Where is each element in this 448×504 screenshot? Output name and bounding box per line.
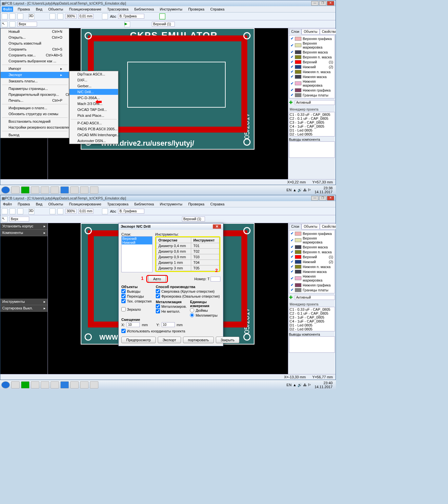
menu-item[interactable]: P-CAD ASCII... (70, 120, 118, 126)
menu-Позиционирование[interactable]: Позиционирование (68, 7, 103, 12)
maximize-button[interactable]: ❐ (319, 1, 326, 6)
menu-item[interactable]: Сохранить как...Ctrl+Alt+S (1, 52, 69, 58)
layer-row[interactable]: ✔Верхняя п. маска (290, 54, 334, 59)
place-body[interactable]: Установить корпус▸ (0, 223, 48, 230)
menu-item[interactable]: Выход (1, 132, 69, 138)
tool-icon[interactable] (102, 13, 108, 19)
drill-row[interactable]: Диаметр 0,4 mmT01 (156, 243, 219, 249)
layer-row[interactable]: ✔Нижняя маска (290, 269, 334, 274)
vias-checkbox[interactable]: Переходы (121, 294, 153, 299)
mill-checkbox[interactable]: Фрезеровка (Овальные отверстия) (156, 294, 220, 299)
menu-item[interactable]: Параметры страницы... (1, 86, 69, 92)
offset-x-input[interactable] (127, 322, 140, 327)
menu-Библиотека[interactable]: Библиотека (133, 7, 155, 12)
menu-Объекты[interactable]: Объекты (47, 7, 64, 12)
mm-radio[interactable]: Миллиметры (190, 313, 220, 318)
menu-item[interactable]: IPC-D-356A... (70, 95, 118, 101)
sort-toggle[interactable]: Сортировка Выкл.▸ (0, 305, 48, 312)
3d-icon[interactable]: 3D (29, 13, 34, 19)
taskbar-app[interactable] (80, 186, 89, 194)
view-combo[interactable]: В. Графика (118, 209, 144, 214)
menu-item[interactable]: Autorouter DSN... (70, 138, 118, 144)
taskbar-app[interactable] (90, 186, 98, 194)
lang-indicator[interactable]: EN (287, 383, 292, 387)
layer-row[interactable]: ✔Верхняя маска (290, 50, 334, 54)
menu-item[interactable]: НовыйCtrl+N (1, 29, 69, 34)
play-icon[interactable]: ▶ (124, 21, 130, 27)
maximize-button[interactable]: ❐ (319, 196, 326, 200)
layer-side-combo[interactable]: Верх (17, 22, 37, 27)
menu-Правка[interactable]: Правка (16, 7, 31, 12)
project-list[interactable]: C1 - 0.33 uF - CAP_0805C2 - 0.1 uF - CAP… (289, 307, 335, 331)
layers-listbox[interactable]: Верхний Нижний (121, 236, 153, 272)
layer-combo[interactable]: Верхний (1) (182, 217, 205, 221)
taskbar-app[interactable] (51, 186, 59, 194)
menu-Правка[interactable]: Правка (16, 201, 31, 207)
menu-item[interactable]: OrCAD TAP Drill... (70, 107, 118, 113)
menu-item[interactable]: Обновить структуру из схемы (1, 111, 69, 117)
taskbar-app[interactable] (41, 381, 49, 388)
menu-item[interactable]: Gerber... (70, 83, 118, 89)
new-icon[interactable] (2, 208, 8, 214)
layer-row[interactable]: ✔Верхний(1) (290, 254, 334, 259)
layer-row[interactable]: ✔Верхний(1) (290, 59, 334, 64)
menu-Вид[interactable]: Вид (34, 201, 44, 207)
export-submenu[interactable]: DipTrace ASCII...DXF...Gerber...N/C Dril… (69, 71, 118, 144)
taskbar-app[interactable] (51, 381, 59, 388)
drill-row[interactable]: Диаметр 0,9 mmT03 (156, 254, 219, 260)
taskbar-app[interactable] (21, 381, 30, 388)
menu-item[interactable]: Mach 2/3 Drill... (70, 101, 118, 107)
start-button[interactable] (1, 381, 10, 388)
zoom-in-icon[interactable] (50, 208, 55, 214)
menu-Файл[interactable]: Файл (2, 201, 13, 207)
drill-row[interactable]: Диаметр 0,6 mmT02 (156, 249, 219, 254)
menu-Справка[interactable]: Справка (209, 201, 226, 207)
menubar[interactable]: ФайлПравкаВидОбъектыПозиционированиеТрас… (0, 6, 336, 12)
menu-item[interactable]: PADS PCB ASCII 2005... (70, 126, 118, 132)
export-button[interactable]: Экспорт (158, 337, 181, 343)
menu-item[interactable]: DipTrace ASCII... (70, 71, 118, 77)
grid-combo[interactable]: 0,01 mm (78, 209, 94, 214)
taskbar-app[interactable] (80, 381, 89, 388)
tab-Слои[interactable]: Слои (289, 224, 301, 229)
tab-Свойства[interactable]: Свойства (320, 224, 336, 229)
menu-item[interactable]: СохранитьCtrl+S (1, 46, 69, 52)
menu-item[interactable]: Предварительный просмотр...Ctrl+Alt+P (1, 92, 69, 97)
tab-Объекты[interactable]: Объекты (301, 224, 319, 229)
layer-row[interactable]: ✔Верхняя маркировка (290, 41, 334, 50)
close-button[interactable]: Закрыть (216, 337, 239, 343)
view-combo[interactable]: В. Графика (118, 14, 144, 19)
menu-Проверка[interactable]: Проверка (187, 7, 206, 12)
open-icon[interactable] (10, 208, 15, 214)
start-button[interactable] (1, 186, 10, 194)
menubar[interactable]: ФайлПравкаВидОбъектыПозиционированиеТрас… (0, 201, 336, 207)
zoom-out-icon[interactable] (57, 208, 63, 214)
arrow-icon[interactable]: ↖ (2, 216, 8, 222)
taskbar-app[interactable] (31, 186, 39, 194)
inches-radio[interactable]: Дюймы (190, 308, 220, 313)
taskbar-app[interactable] (11, 186, 20, 194)
layer-row[interactable]: ✔Нижняя маркировка (290, 274, 334, 283)
taskbar[interactable]: EN ▲ 🔊 🖧 🏳 23:4014.11.2017 (0, 380, 336, 390)
tool-a-icon[interactable] (10, 21, 15, 27)
menu-item[interactable]: Сохранить выбранное как ... (1, 58, 69, 64)
menu-item[interactable]: Восстановить последний (1, 118, 69, 124)
layer-row[interactable]: ✔Верхняя графика (290, 231, 334, 236)
menu-Инструменты[interactable]: Инструменты (158, 201, 184, 207)
layer-row[interactable]: ✔Нижняя графика (290, 283, 334, 287)
zoom-out-icon[interactable] (57, 13, 63, 19)
menu-item[interactable]: Открыть известный (1, 40, 69, 46)
taskbar-app[interactable] (21, 186, 30, 194)
tab-Свойства[interactable]: Свойства (320, 29, 336, 34)
taskbar[interactable]: EN ▲ 🔊 🖧 🏳 23:3814.11.2017 (0, 185, 336, 195)
menu-item[interactable]: DXF... (70, 77, 118, 83)
3d-icon[interactable]: 3D (29, 208, 34, 214)
close-button[interactable]: ✕ (327, 1, 334, 6)
menu-item[interactable]: Pick and Place... (70, 113, 118, 118)
menu-item[interactable]: N/C Drill... (70, 89, 118, 95)
save-icon[interactable] (17, 208, 23, 214)
minimize-button[interactable]: — (311, 1, 318, 6)
menu-item[interactable]: Настройки резервного восстановления (1, 124, 69, 130)
menu-Проверка[interactable]: Проверка (187, 201, 206, 207)
tab-Объекты[interactable]: Объекты (301, 29, 319, 34)
